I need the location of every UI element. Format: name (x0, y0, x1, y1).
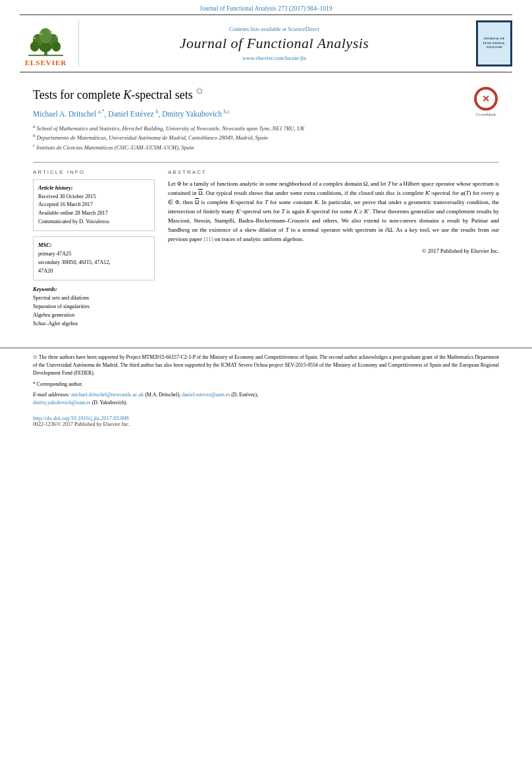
svg-point-4 (39, 28, 51, 43)
accepted-line: Accepted 16 March 2017 (38, 201, 149, 209)
article-title-section: Tests for complete K-spectral sets ✩ ✕ C… (33, 86, 499, 152)
svg-rect-11 (28, 55, 63, 56)
elsevier-brand-text: ELSEVIER (25, 59, 67, 66)
doi-link[interactable]: http://dx.doi.org/10.1016/j.jfa.2017.03.… (33, 415, 499, 421)
history-title: Article history: (38, 184, 149, 191)
doi-section: http://dx.doi.org/10.1016/j.jfa.2017.03.… (0, 409, 532, 434)
crossmark-label: CrossMark (475, 112, 496, 117)
email1-link[interactable]: michael.dritschel@newcastle.ac.uk (71, 392, 144, 398)
elsevier-logo: ELSEVIER (20, 20, 79, 66)
keywords-section: Keywords: Spectral sets and dilations Se… (33, 286, 155, 328)
msc-box: MSC: primary 47A25 secondary 30H50, 46J1… (33, 236, 155, 280)
journal-cover-inner: JOURNAL OFFUNCTIONALANALYSIS (478, 22, 510, 65)
keywords-title: Keywords: (33, 286, 155, 292)
journal-title-banner: Journal of Functional Analysis (180, 35, 369, 52)
issn-line: 0022-1236/© 2017 Published by Elsevier I… (33, 421, 499, 427)
keyword-3: Algebra generation (33, 311, 155, 320)
keyword-2: Separation of singularities (33, 303, 155, 311)
secondary2-line: 47A20 (38, 267, 149, 276)
journal-center-info: Contents lists available at ScienceDirec… (79, 20, 469, 66)
primary-line: primary 47A25 (38, 250, 149, 259)
copyright-line: © 2017 Published by Elsevier Inc. (168, 248, 499, 254)
elsevier-tree-icon (24, 24, 67, 57)
analytic-keyword: analytic (243, 236, 261, 242)
communicated-line: Communicated by D. Voiculescu (38, 218, 149, 226)
title-text: Tests for complete K-spectral sets ✩ (33, 86, 499, 102)
page: Journal of Functional Analysis 273 (2017… (0, 0, 532, 765)
footnote-area: ✩ The three authors have been supported … (0, 348, 532, 406)
article-title: Tests for complete K-spectral sets ✩ ✕ C… (33, 86, 499, 102)
email-footnote: E-mail addresses: michael.dritschel@newc… (33, 391, 499, 407)
journal-ref-text: Journal of Functional Analysis 273 (2017… (200, 5, 332, 12)
svg-point-5 (30, 41, 39, 51)
sciencedirect-link[interactable]: ScienceDirect (288, 26, 319, 32)
ref-11[interactable]: [11] (203, 236, 213, 242)
abstract-column: ABSTRACT Let Φ be a family of functions … (168, 169, 499, 329)
section-divider (33, 162, 499, 163)
svg-point-9 (34, 38, 36, 40)
available-line: Available online 28 March 2017 (38, 209, 149, 218)
svg-text:✕: ✕ (482, 94, 490, 104)
msc-title: MSC: (38, 242, 149, 248)
journal-url[interactable]: www.elsevier.com/locate/jfa (242, 55, 306, 61)
svg-point-7 (40, 33, 42, 36)
crossmark-badge[interactable]: ✕ CrossMark (473, 86, 499, 117)
corresponding-footnote: * Corresponding author. (33, 381, 499, 388)
star-footnote: ✩ The three authors have been supported … (33, 354, 499, 377)
journal-cover-thumbnail: JOURNAL OFFUNCTIONALANALYSIS (476, 20, 512, 66)
contents-line: Contents lists available at ScienceDirec… (229, 26, 319, 32)
affiliations: a School of Mathematics and Statistics, … (33, 123, 499, 152)
article-info-label: ARTICLE INFO (33, 169, 155, 175)
two-column-layout: ARTICLE INFO Article history: Received 3… (33, 169, 499, 329)
crossmark-icon: ✕ (473, 86, 499, 112)
svg-point-10 (56, 36, 58, 38)
secondary-line: secondary 30H50, 46J15, 47A12, (38, 259, 149, 267)
svg-point-6 (52, 41, 61, 51)
article-history-box: Article history: Received 30 October 201… (33, 179, 155, 232)
keyword-1: Spectral sets and dilations (33, 294, 155, 303)
abstract-text: Let Φ be a family of functions analytic … (168, 179, 499, 244)
journal-banner: ELSEVIER Contents lists available at Sci… (20, 14, 512, 72)
article-info-column: ARTICLE INFO Article history: Received 3… (33, 169, 155, 329)
email2-link[interactable]: daniel.estevez@uam.es (182, 392, 230, 398)
authors-line: Michael A. Dritschel a,*, Daniel Estévez… (33, 109, 499, 118)
abstract-label: ABSTRACT (168, 169, 499, 175)
article-content: Tests for complete K-spectral sets ✩ ✕ C… (0, 72, 532, 334)
svg-point-8 (49, 31, 52, 34)
received-line: Received 30 October 2015 (38, 193, 149, 201)
keyword-4: Schur–Agler algebra (33, 320, 155, 329)
journal-ref-header: Journal of Functional Analysis 273 (2017… (0, 0, 532, 14)
